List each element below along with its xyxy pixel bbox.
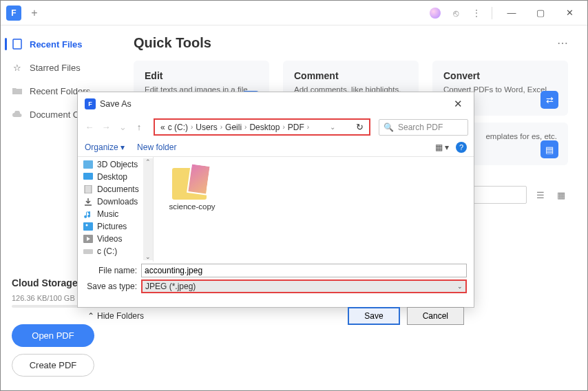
search-placeholder: Search PDF bbox=[398, 123, 443, 132]
more-icon[interactable]: ⋯ bbox=[557, 36, 568, 50]
cloud-icon bbox=[12, 109, 23, 120]
maximize-button[interactable]: ▢ bbox=[528, 3, 553, 23]
breadcrumb-bar[interactable]: « c (C:)› Users› Geili› Desktop› PDF› ⌄ … bbox=[154, 118, 370, 136]
savetype-label: Save as type: bbox=[85, 282, 141, 291]
folder-name: science-copy bbox=[169, 202, 215, 211]
create-pdf-button[interactable]: Create PDF bbox=[12, 354, 94, 377]
dialog-titlebar: F Save As ✕ bbox=[78, 92, 474, 116]
svg-rect-1 bbox=[83, 160, 93, 169]
tree-item-music[interactable]: Music bbox=[78, 208, 153, 220]
svg-rect-7 bbox=[83, 249, 93, 254]
refresh-icon[interactable]: ↻ bbox=[356, 122, 364, 132]
titlebar: F + ⎋ ⋮ — ▢ ✕ bbox=[1, 1, 587, 25]
nav-forward-icon[interactable]: → bbox=[100, 121, 112, 134]
close-window-button[interactable]: ✕ bbox=[557, 3, 582, 23]
star-icon: ☆ bbox=[12, 62, 23, 73]
save-button[interactable]: Save bbox=[348, 307, 399, 325]
tree-item-desktop[interactable]: Desktop bbox=[78, 171, 153, 183]
search-folder-input[interactable]: 🔍 Search PDF bbox=[379, 119, 468, 136]
nav-back-icon[interactable]: ← bbox=[83, 121, 96, 134]
new-folder-button[interactable]: New folder bbox=[137, 142, 176, 152]
tree-item-3d-objects[interactable]: 3D Objects bbox=[78, 158, 153, 171]
list-view-icon[interactable]: ☰ bbox=[534, 188, 547, 202]
new-tab-button[interactable]: + bbox=[27, 6, 42, 21]
view-mode-icon[interactable]: ▦ ▾ bbox=[435, 142, 449, 152]
quick-tools-title: Quick Tools bbox=[134, 35, 211, 51]
tree-scrollbar[interactable]: ⌃⌄ bbox=[143, 158, 153, 260]
nav-history-icon[interactable]: ⌄ bbox=[116, 121, 129, 134]
sidebar-item-label: Recent Files bbox=[30, 39, 83, 50]
chevron-down-icon: ⌄ bbox=[457, 283, 463, 290]
app-logo-small: F bbox=[85, 98, 96, 109]
cancel-button[interactable]: Cancel bbox=[407, 307, 464, 325]
dialog-close-button[interactable]: ✕ bbox=[450, 96, 467, 112]
bc-seg[interactable]: Geili bbox=[225, 123, 242, 132]
folder-tree: 3D Objects Desktop Documents Downloads M… bbox=[78, 157, 154, 262]
sidebar-item-starred-files[interactable]: ☆ Starred Files bbox=[1, 56, 114, 79]
card-title: Convert bbox=[443, 70, 557, 81]
chevron-up-icon: ⌃ bbox=[87, 311, 94, 321]
hide-folders-toggle[interactable]: ⌃ Hide Folders bbox=[87, 311, 144, 321]
card-title: Edit bbox=[145, 70, 258, 81]
convert-icon: ⇄ bbox=[540, 91, 558, 109]
search-icon: 🔍 bbox=[384, 123, 394, 132]
bc-seg[interactable]: « bbox=[160, 123, 165, 132]
help-icon[interactable]: ? bbox=[456, 142, 467, 153]
folder-thumbnail bbox=[172, 164, 212, 200]
svg-rect-4 bbox=[83, 222, 93, 231]
kebab-icon[interactable]: ⋮ bbox=[468, 5, 485, 21]
sidebar-item-recent-files[interactable]: Recent Files bbox=[1, 32, 114, 56]
bc-seg[interactable]: Desktop bbox=[249, 123, 280, 132]
app-logo: F bbox=[6, 6, 21, 21]
bc-seg[interactable]: Users bbox=[196, 123, 217, 132]
dialog-nav: ← → ⌄ ↑ « c (C:)› Users› Geili› Desktop›… bbox=[78, 116, 474, 138]
sidebar-item-label: Starred Files bbox=[30, 63, 81, 73]
folder-icon bbox=[12, 85, 23, 96]
tree-item-c-drive[interactable]: c (C:) bbox=[78, 245, 153, 257]
organize-menu[interactable]: Organize ▾ bbox=[85, 142, 125, 152]
filename-label: File name: bbox=[85, 266, 141, 275]
card-title: Comment bbox=[294, 70, 408, 81]
file-browser-area[interactable]: science-copy bbox=[154, 157, 474, 262]
file-icon bbox=[12, 39, 23, 50]
tree-item-documents[interactable]: Documents bbox=[78, 183, 153, 196]
savetype-value: JPEG (*.jpeg) bbox=[145, 282, 196, 291]
grid-view-icon[interactable]: ▦ bbox=[554, 188, 568, 202]
save-as-dialog: F Save As ✕ ← → ⌄ ↑ « c (C:)› Users› Gei… bbox=[77, 92, 474, 308]
bc-seg[interactable]: c (C:) bbox=[168, 123, 188, 132]
svg-rect-2 bbox=[83, 173, 93, 180]
minimize-button[interactable]: — bbox=[499, 3, 524, 23]
tree-item-videos[interactable]: Videos bbox=[78, 233, 153, 245]
filename-input[interactable] bbox=[141, 264, 467, 277]
folder-item-science-copy[interactable]: science-copy bbox=[165, 164, 220, 211]
theme-ball-icon[interactable] bbox=[427, 5, 443, 21]
savetype-combobox[interactable]: JPEG (*.jpeg) ⌄ bbox=[141, 279, 467, 293]
templates-icon: ▤ bbox=[540, 140, 558, 158]
tree-item-downloads[interactable]: Downloads bbox=[78, 196, 153, 208]
notify-icon[interactable]: ⎋ bbox=[448, 5, 464, 21]
svg-rect-0 bbox=[13, 39, 21, 49]
tree-item-pictures[interactable]: Pictures bbox=[78, 220, 153, 233]
dialog-toolbar: Organize ▾ New folder ▦ ▾ ? bbox=[78, 138, 474, 157]
bc-seg[interactable]: PDF bbox=[288, 123, 304, 132]
svg-point-5 bbox=[86, 224, 88, 226]
nav-up-icon[interactable]: ↑ bbox=[133, 121, 145, 134]
dialog-title: Save As bbox=[100, 99, 132, 109]
bc-dropdown-icon[interactable]: ⌄ bbox=[330, 123, 335, 131]
svg-rect-3 bbox=[85, 185, 92, 193]
